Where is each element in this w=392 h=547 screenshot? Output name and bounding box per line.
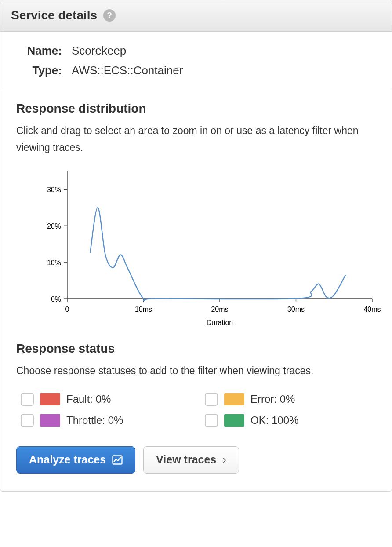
meta-block: Name: Scorekeep Type: AWS::ECS::Containe… [0, 32, 392, 91]
svg-text:10ms: 10ms [135, 306, 152, 313]
response-status-section: Response status Choose response statuses… [0, 331, 392, 435]
panel-header: Service details ? [0, 0, 392, 32]
panel-title: Service details [11, 8, 97, 22]
status-item-fault: Fault: 0% [21, 393, 187, 406]
view-traces-label: View traces [156, 453, 216, 466]
checkbox-ok[interactable] [205, 414, 218, 427]
svg-text:Duration: Duration [207, 319, 233, 326]
checkbox-throttle[interactable] [21, 414, 34, 427]
panel-body: Name: Scorekeep Type: AWS::ECS::Containe… [0, 32, 392, 491]
swatch-ok [224, 414, 244, 427]
chevron-right-icon: › [222, 453, 226, 467]
status-item-error: Error: 0% [205, 393, 371, 406]
analyze-traces-label: Analyze traces [29, 453, 106, 466]
view-traces-button[interactable]: View traces › [143, 446, 239, 474]
meta-value-name: Scorekeep [65, 44, 126, 58]
swatch-error [224, 393, 244, 405]
meta-row-type: Type: AWS::ECS::Container [16, 64, 376, 77]
status-item-ok: OK: 100% [205, 414, 371, 427]
status-text-fault: Fault: 0% [66, 393, 111, 405]
status-text-throttle: Throttle: 0% [66, 414, 123, 427]
meta-value-type: AWS::ECS::Container [65, 64, 183, 77]
service-details-panel: Service details ? Name: Scorekeep Type: … [0, 0, 392, 492]
meta-label-type: Type: [16, 64, 65, 77]
response-distribution-title: Response distribution [16, 102, 376, 116]
swatch-throttle [40, 414, 60, 427]
status-item-throttle: Throttle: 0% [21, 414, 187, 427]
response-status-title: Response status [16, 342, 376, 356]
status-text-ok: OK: 100% [250, 414, 298, 427]
svg-text:10%: 10% [47, 259, 61, 266]
svg-text:40ms: 40ms [363, 306, 381, 313]
svg-text:20ms: 20ms [211, 306, 228, 313]
status-grid: Fault: 0% Error: 0% Throttle: 0% OK: 100… [16, 388, 376, 431]
checkbox-fault[interactable] [21, 393, 34, 406]
response-status-desc: Choose response statuses to add to the f… [16, 363, 376, 379]
svg-text:0: 0 [65, 306, 69, 313]
svg-text:30ms: 30ms [287, 306, 305, 313]
meta-row-name: Name: Scorekeep [16, 44, 376, 58]
status-text-error: Error: 0% [250, 393, 295, 405]
chart-line-icon [112, 455, 123, 465]
analyze-traces-button[interactable]: Analyze traces [16, 446, 135, 474]
response-distribution-section: Response distribution Click and drag to … [0, 91, 392, 331]
svg-text:20%: 20% [47, 222, 61, 230]
response-distribution-chart[interactable]: 0%10%20%30%010ms20ms30ms40msDuration [25, 169, 381, 328]
svg-text:30%: 30% [47, 186, 61, 193]
response-distribution-desc: Click and drag to select an area to zoom… [16, 123, 376, 156]
button-row: Analyze traces View traces › [0, 435, 392, 474]
swatch-fault [40, 393, 60, 405]
chart-area[interactable]: 0%10%20%30%010ms20ms30ms40msDuration [16, 165, 376, 328]
checkbox-error[interactable] [205, 393, 218, 406]
meta-label-name: Name: [16, 44, 65, 58]
svg-text:0%: 0% [51, 295, 61, 303]
help-icon[interactable]: ? [103, 9, 116, 22]
